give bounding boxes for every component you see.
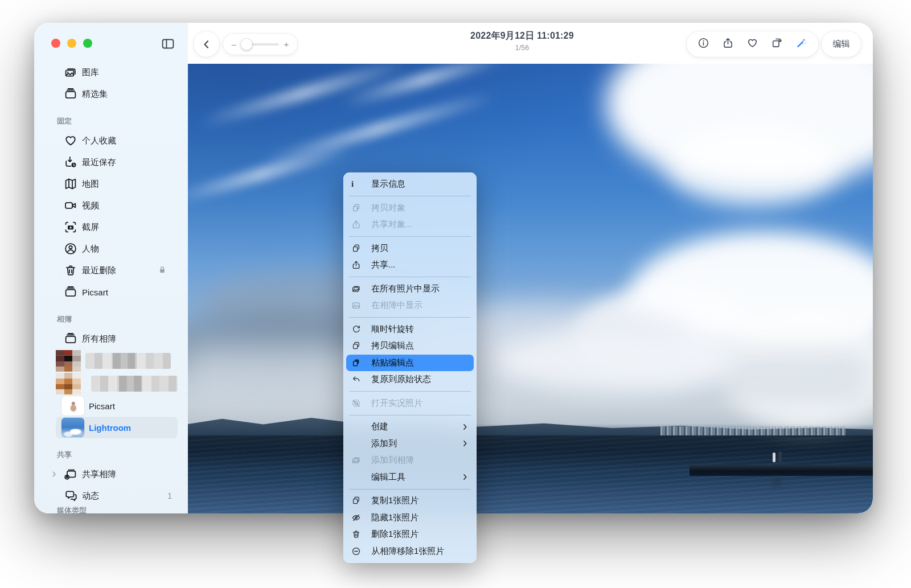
menu-separator xyxy=(349,317,471,318)
copy-icon xyxy=(351,496,366,506)
edit-button[interactable]: 编辑 xyxy=(822,31,861,57)
rotate-cw-icon xyxy=(351,324,366,334)
zoom-window-button[interactable] xyxy=(83,39,92,48)
menu-separator xyxy=(349,489,471,490)
sidebar-item-label: Picsart xyxy=(82,287,108,297)
photo-frame-icon xyxy=(351,301,366,311)
share-icon xyxy=(351,260,366,270)
favorite-heart-icon xyxy=(746,37,758,51)
zoom-slider-track[interactable] xyxy=(241,43,279,46)
share-icon xyxy=(722,37,734,51)
sidebar-item-精选集[interactable]: 精选集 xyxy=(56,83,178,105)
sidebar-item-label: 视频 xyxy=(82,200,99,211)
menu-item-复原到原始状态[interactable]: 复原到原始状态 xyxy=(346,371,474,388)
sidebar-item-label: 最近删除 xyxy=(82,265,116,276)
photo-counter: 1/56 xyxy=(470,44,574,52)
minimize-button[interactable] xyxy=(67,39,76,48)
sidebar-item-个人收藏[interactable]: 个人收藏 xyxy=(56,130,178,151)
menu-item-label: 拷贝编辑点 xyxy=(371,340,414,351)
zoom-out-button[interactable]: – xyxy=(230,39,238,49)
zoom-slider[interactable]: – + xyxy=(223,34,297,55)
close-button[interactable] xyxy=(51,39,60,48)
sidebar-item-Lightroom[interactable]: Lightroom xyxy=(56,417,178,438)
sidebar-item-label: 人物 xyxy=(82,244,99,254)
sidebar-item-label: Picsart xyxy=(89,401,115,411)
screenshot-icon xyxy=(64,220,77,234)
eye-slash-icon xyxy=(351,512,366,523)
paste-icon xyxy=(351,357,366,368)
menu-item-拷贝编辑点[interactable]: 拷贝编辑点 xyxy=(346,338,474,355)
sidebar-item-共享相簿[interactable]: 共享相簿 xyxy=(56,463,178,485)
sidebar-item-截屏[interactable]: 截屏 xyxy=(56,216,178,238)
menu-item-删除1张照片[interactable]: 删除1张照片 xyxy=(346,526,474,543)
menu-item-编辑工具[interactable]: 编辑工具 xyxy=(346,469,474,486)
sidebar-item-所有相簿[interactable]: 所有相簿 xyxy=(56,328,178,349)
menu-item-label: 拷贝 xyxy=(371,243,388,254)
menu-item-创建[interactable]: 创建 xyxy=(346,418,474,435)
sidebar-item-动态[interactable]: 动态1 xyxy=(56,485,178,507)
figure-person-dark xyxy=(778,451,782,462)
sidebar-item-label: Lightroom xyxy=(89,423,131,433)
menu-item-从相簿移除1张照片[interactable]: 从相簿移除1张照片 xyxy=(346,543,474,560)
copy-icon xyxy=(351,341,366,351)
sidebar-section-media-types-cut: 媒体类型 xyxy=(57,505,87,513)
album-title-pixelated xyxy=(91,376,178,392)
sidebar-item-label: 地图 xyxy=(82,179,99,190)
menu-separator xyxy=(349,415,471,416)
sidebar-item-Picsart[interactable]: Picsart xyxy=(56,281,178,303)
activity-icon xyxy=(64,489,77,503)
toolbar-actions xyxy=(687,31,818,57)
favorite-heart-button[interactable] xyxy=(740,32,765,56)
album-row-censored[interactable] xyxy=(56,372,178,395)
menu-item-隐藏1张照片[interactable]: 隐藏1张照片 xyxy=(346,509,474,527)
zoom-slider-knob[interactable] xyxy=(241,39,252,50)
sidebar-list: 图库精选集固定个人收藏最近保存地图视频截屏人物最近删除Picsart相簿所有相簿… xyxy=(34,61,188,507)
photo-canvas xyxy=(188,64,873,513)
menu-item-拷贝对象: 拷贝对象 xyxy=(346,200,474,217)
rotate-button[interactable] xyxy=(765,32,789,56)
titlebar: 2022年9月12日 11:01:29 1/56 xyxy=(470,30,574,52)
empty-icon-slot xyxy=(351,422,366,432)
video-icon xyxy=(64,199,77,212)
sidebar-item-图库[interactable]: 图库 xyxy=(56,61,178,83)
share-button[interactable] xyxy=(716,32,740,56)
sidebar-item-最近保存[interactable]: 最近保存 xyxy=(56,151,178,173)
menu-item-顺时针旋转[interactable]: 顺时针旋转 xyxy=(346,321,474,338)
menu-item-label: 删除1张照片 xyxy=(371,529,418,540)
sidebar-toggle-icon[interactable] xyxy=(161,36,175,51)
sidebar-item-label: 精选集 xyxy=(82,89,108,100)
sidebar-item-视频[interactable]: 视频 xyxy=(56,195,178,216)
sidebar-item-最近删除[interactable]: 最近删除 xyxy=(56,260,178,281)
auto-enhance-wand-button[interactable] xyxy=(789,32,814,56)
menu-item-label: 添加到 xyxy=(371,438,397,449)
album-row-censored[interactable] xyxy=(56,349,178,372)
sidebar-section-title: 固定 xyxy=(57,113,178,130)
rotate-icon xyxy=(771,37,783,51)
menu-item-label: 添加到相簿 xyxy=(371,455,414,466)
menu-item-共享...[interactable]: 共享... xyxy=(346,257,474,274)
back-button[interactable] xyxy=(194,31,219,57)
sidebar-item-人物[interactable]: 人物 xyxy=(56,238,178,260)
sidebar-item-Picsart[interactable]: Picsart xyxy=(56,395,178,417)
menu-item-在所有照片中显示[interactable]: 在所有照片中显示 xyxy=(346,281,474,298)
traffic-lights xyxy=(51,39,92,48)
sidebar-item-label: 动态 xyxy=(82,491,99,501)
menu-item-显示信息[interactable]: i显示信息 xyxy=(346,176,474,193)
zoom-in-button[interactable]: + xyxy=(282,39,290,49)
menu-item-label: 显示信息 xyxy=(371,179,405,190)
menu-item-粘贴编辑点[interactable]: 粘贴编辑点 xyxy=(346,355,474,372)
menu-separator xyxy=(349,236,471,237)
menu-item-添加到[interactable]: 添加到 xyxy=(346,435,474,453)
copy-icon xyxy=(351,203,366,213)
menu-item-复制1张照片[interactable]: 复制1张照片 xyxy=(346,492,474,509)
disclosure-chevron-icon[interactable] xyxy=(50,470,58,478)
count-badge: 1 xyxy=(167,491,172,500)
menu-item-拷贝[interactable]: 拷贝 xyxy=(346,240,474,257)
sidebar-item-label: 所有相簿 xyxy=(82,334,116,344)
menu-item-label: 创建 xyxy=(371,421,388,432)
figure-person-white xyxy=(773,453,775,462)
empty-icon-slot xyxy=(351,438,366,449)
sidebar-item-地图[interactable]: 地图 xyxy=(56,173,178,195)
copy-icon xyxy=(351,243,366,253)
info-circle-button[interactable] xyxy=(691,32,716,56)
